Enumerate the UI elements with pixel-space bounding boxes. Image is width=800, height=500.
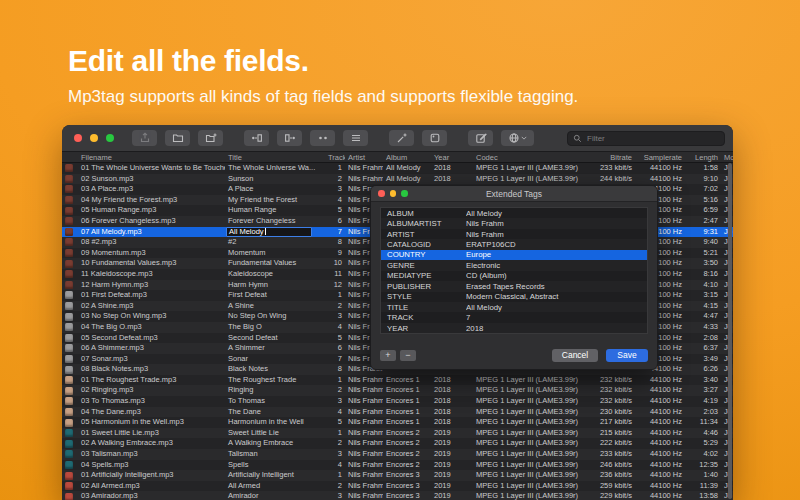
table-row[interactable]: 02 A Walking Embrace.mp3 A Walking Embra…	[62, 438, 733, 449]
dialog-zoom-button[interactable]	[401, 190, 408, 197]
cell-length: 13:58	[685, 491, 721, 500]
column-header-artist[interactable]: Artist	[345, 153, 383, 162]
remove-field-button[interactable]: −	[400, 350, 416, 361]
column-header-filename[interactable]: Filename	[78, 153, 225, 162]
cell-codec: MPEG 1 Layer III (LAME3.99r)	[473, 481, 581, 492]
cell-samplerate: 44100 Hz	[635, 438, 685, 449]
extended-tags-button[interactable]	[422, 130, 447, 146]
convert-filename-tag-button[interactable]	[277, 130, 302, 146]
save-tag-button[interactable]	[132, 130, 157, 146]
table-row[interactable]: 03 Amirador.mp3 Amirador 3 Nils Frahm En…	[62, 491, 733, 500]
cell-filename: 04 My Friend the Forest.mp3	[78, 195, 225, 206]
dialog-minimize-button[interactable]	[390, 190, 397, 197]
tag-panel-button[interactable]	[343, 130, 368, 146]
cell-year: 2019	[431, 428, 473, 439]
cell-title: The Dane	[225, 407, 325, 418]
scrollbar-thumb[interactable]	[728, 163, 732, 499]
column-header-codec[interactable]: Codec	[473, 153, 581, 162]
title-edit-input[interactable]: All Melody	[226, 227, 312, 237]
table-row[interactable]: 01 Sweet Little Lie.mp3 Sweet Little Lie…	[62, 428, 733, 439]
vertical-scrollbar[interactable]	[727, 162, 732, 500]
tag-field-row-mediatype[interactable]: MEDIATYPECD (Album)	[381, 271, 647, 281]
cell-title: A Shimmer	[225, 343, 325, 354]
cell-length: 12:35	[685, 460, 721, 471]
column-header-mo[interactable]: Mo	[721, 153, 733, 162]
table-row[interactable]: 04 Spells.mp3 Spells 4 Nils Frahm Encore…	[62, 460, 733, 471]
tag-field-row-country[interactable]: COUNTRYEurope	[381, 250, 647, 260]
cell-filename: 08 #2.mp3	[78, 237, 225, 248]
cell-year: 2019	[431, 460, 473, 471]
column-header-samplerate[interactable]: Samplerate	[635, 153, 685, 162]
zoom-button[interactable]	[106, 134, 114, 142]
cell-filename: 07 Sonar.mp3	[78, 354, 225, 365]
table-row[interactable]: 02 All Armed.mp3 All Armed 2 Nils Frahm …	[62, 481, 733, 492]
close-button[interactable]	[74, 134, 82, 142]
tag-field-row-album[interactable]: ALBUMAll Melody	[381, 208, 647, 218]
cell-year: 2019	[431, 491, 473, 500]
folder-new-icon	[205, 132, 217, 144]
minimize-button[interactable]	[90, 134, 98, 142]
cell-codec: MPEG 1 Layer III (LAME3.99r)	[473, 163, 581, 174]
album-art-thumbnail	[65, 397, 73, 405]
tag-field-row-year[interactable]: YEAR2018	[381, 323, 647, 333]
web-sources-button[interactable]	[501, 130, 534, 146]
cell-length: 5:16	[685, 195, 721, 206]
tag-field-row-publisher[interactable]: PUBLISHERErased Tapes Records	[381, 281, 647, 291]
dialog-close-button[interactable]	[378, 190, 385, 197]
dialog-traffic-lights	[378, 190, 408, 197]
cell-title: My Friend the Forest	[225, 195, 325, 206]
cancel-button[interactable]: Cancel	[552, 349, 598, 362]
change-directory-button[interactable]	[198, 130, 223, 146]
column-header-length[interactable]: Length	[685, 153, 721, 162]
hero-title: Edit all the fields.	[68, 44, 578, 78]
table-row[interactable]: 01 The Roughest Trade.mp3 The Roughest T…	[62, 375, 733, 386]
add-field-button[interactable]: +	[380, 350, 396, 361]
table-row[interactable]: 01 The Whole Universe Wants to Be Touche…	[62, 163, 733, 174]
tag-field-row-title[interactable]: TITLEAll Melody	[381, 302, 647, 312]
cell-bitrate: 222 kbit/s	[581, 438, 635, 449]
column-header-title[interactable]: Title	[225, 153, 325, 162]
column-header-track[interactable]: Track	[325, 153, 345, 162]
open-folder-button[interactable]	[165, 130, 190, 146]
convert-tag-filename-button[interactable]	[244, 130, 269, 146]
tag-field-row-track[interactable]: TRACK7	[381, 312, 647, 322]
cell-artist: Nils Frahm	[345, 481, 383, 492]
tag-field-row-catalogid[interactable]: CATALOGIDERATP106CD	[381, 239, 647, 249]
cell-length: 2:08	[685, 333, 721, 344]
cell-length: 6:59	[685, 205, 721, 216]
cell-track: 9	[325, 248, 345, 259]
tag-field-row-albumartist[interactable]: ALBUMARTISTNils Frahm	[381, 218, 647, 228]
tag-field-value: CD (Album)	[466, 271, 647, 280]
filter-field[interactable]	[567, 131, 725, 146]
table-row[interactable]: 03 Talisman.mp3 Talisman 3 Nils Frahm En…	[62, 449, 733, 460]
tag-field-row-artist[interactable]: ARTISTNils Frahm	[381, 229, 647, 239]
column-header-bitrate[interactable]: Bitrate	[581, 153, 635, 162]
album-art-thumbnail	[65, 376, 73, 384]
table-row[interactable]: 03 To Thomas.mp3 To Thomas 3 Nils Frahm …	[62, 396, 733, 407]
column-header-year[interactable]: Year	[431, 153, 473, 162]
column-header-album[interactable]: Album	[383, 153, 431, 162]
table-row[interactable]: 05 Harmonium in the Well.mp3 Harmonium i…	[62, 417, 733, 428]
table-row[interactable]: 02 Sunson.mp3 Sunson 2 Nils Frahm All Me…	[62, 174, 733, 185]
cell-album: Encores 1	[383, 375, 431, 386]
cell-artist: Nils Frahm	[345, 438, 383, 449]
filter-input[interactable]	[585, 133, 719, 144]
tag-field-row-genre[interactable]: GENREElectronic	[381, 260, 647, 270]
cell-filename: 07 All Melody.mp3	[78, 227, 225, 238]
edit-button[interactable]	[468, 130, 493, 146]
save-button[interactable]: Save	[606, 349, 648, 362]
table-row[interactable]: 04 The Dane.mp3 The Dane 4 Nils Frahm En…	[62, 407, 733, 418]
table-row[interactable]: 01 Artificially Intelligent.mp3 Artifici…	[62, 470, 733, 481]
tag-field-row-style[interactable]: STYLEModern Classical, Abstract	[381, 292, 647, 302]
table-row[interactable]: 02 Ringing.mp3 Ringing 2 Nils Frahm Enco…	[62, 385, 733, 396]
cell-title: A Shine	[225, 301, 325, 312]
cell-filename: 02 A Shine.mp3	[78, 301, 225, 312]
remove-tag-button[interactable]	[310, 130, 335, 146]
toolbar	[62, 125, 733, 152]
cell-bitrate: 232 kbit/s	[581, 385, 635, 396]
cell-length: 6:37	[685, 343, 721, 354]
actions-button[interactable]	[389, 130, 414, 146]
cell-filename: 01 The Roughest Trade.mp3	[78, 375, 225, 386]
cell-track: 2	[325, 438, 345, 449]
cell-bitrate: 246 kbit/s	[581, 460, 635, 471]
